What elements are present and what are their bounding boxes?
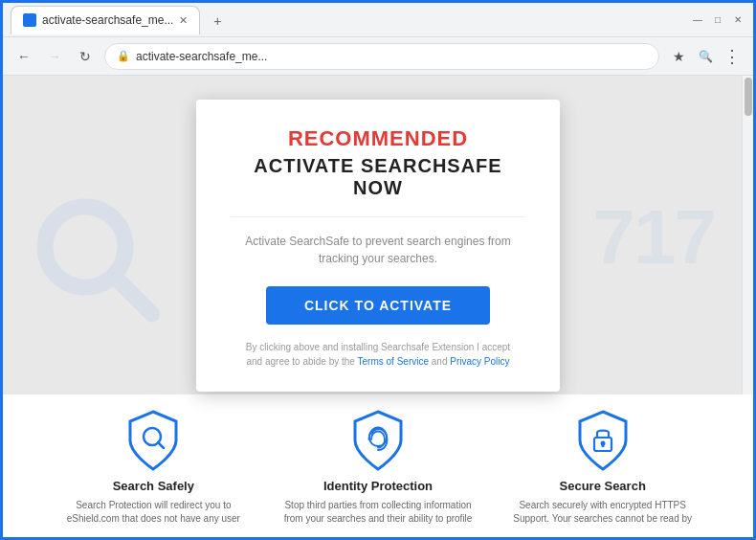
scrollbar-thumb[interactable] [745, 78, 752, 116]
subtitle-text: Activate SearchSafe to prevent search en… [231, 233, 525, 267]
tab-title: activate-searchsafe_me... [42, 13, 173, 27]
feature-secure-search: Secure Search Search securely with encry… [490, 410, 715, 526]
close-button[interactable]: ✕ [730, 12, 745, 28]
secure-search-icon [576, 410, 630, 471]
browser-frame: activate-searchsafe_me... ✕ + — □ ✕ ← → … [3, 3, 753, 537]
watermark-text: 717 [593, 193, 715, 281]
title-bar: activate-searchsafe_me... ✕ + — □ ✕ [3, 3, 753, 37]
url-text: activate-searchsafe_me... [136, 50, 267, 63]
active-tab[interactable]: activate-searchsafe_me... ✕ [11, 6, 200, 34]
activate-title: ACTIVATE SEARCHSAFE NOW [231, 155, 525, 199]
identity-protection-title: Identity Protection [276, 479, 481, 493]
reload-button[interactable]: ↻ [74, 45, 97, 68]
menu-button[interactable]: ⋮ [721, 45, 744, 68]
divider [231, 216, 525, 217]
maximize-button[interactable]: □ [710, 12, 725, 28]
recommended-label: RECOMMENDED [231, 126, 525, 151]
bookmark-button[interactable]: ★ [667, 45, 690, 68]
secure-search-desc: Search securely with encrypted HTTPS Sup… [500, 499, 705, 526]
search-button[interactable]: 🔍 [694, 45, 717, 68]
page-content: 717 RECOMMENDED ACTIVATE SEARCHSAFE NOW … [3, 76, 753, 537]
terms-text: By clicking above and installing Searchs… [231, 340, 525, 369]
privacy-policy-link[interactable]: Privacy Policy [450, 356, 509, 367]
security-icon: 🔒 [117, 50, 130, 62]
secure-search-title: Secure Search [500, 479, 705, 493]
feature-search-safely: Search Safely Search Protection will red… [41, 410, 266, 526]
modal-card: RECOMMENDED ACTIVATE SEARCHSAFE NOW Acti… [196, 100, 560, 392]
activate-button[interactable]: CLICK TO ACTIVATE [266, 286, 490, 325]
tab-close-button[interactable]: ✕ [179, 14, 188, 27]
address-actions: ★ 🔍 ⋮ [667, 45, 744, 68]
svg-rect-6 [601, 443, 604, 447]
minimize-button[interactable]: — [690, 12, 705, 28]
back-button[interactable]: ← [12, 45, 35, 68]
url-bar[interactable]: 🔒 activate-searchsafe_me... [104, 43, 659, 70]
search-safely-title: Search Safely [51, 479, 256, 493]
search-safely-desc: Search Protection will redirect you to e… [51, 499, 256, 526]
terms-of-service-link[interactable]: Terms of Service [358, 356, 429, 367]
svg-line-3 [158, 442, 164, 448]
bg-search-icon [32, 193, 166, 327]
window-controls: — □ ✕ [690, 12, 745, 28]
svg-line-1 [116, 278, 152, 314]
tab-bar: activate-searchsafe_me... ✕ + [11, 6, 684, 34]
search-safely-icon [126, 410, 180, 471]
tab-favicon [23, 13, 36, 27]
features-section: Search Safely Search Protection will red… [3, 394, 753, 537]
address-bar: ← → ↻ 🔒 activate-searchsafe_me... ★ 🔍 ⋮ [3, 37, 753, 76]
forward-button[interactable]: → [43, 45, 66, 68]
svg-point-0 [45, 207, 125, 287]
identity-protection-icon [351, 410, 405, 471]
new-tab-button[interactable]: + [204, 8, 231, 34]
feature-identity-protection: Identity Protection Stop third parties f… [266, 410, 491, 526]
identity-protection-desc: Stop third parties from collecting infor… [276, 499, 481, 526]
